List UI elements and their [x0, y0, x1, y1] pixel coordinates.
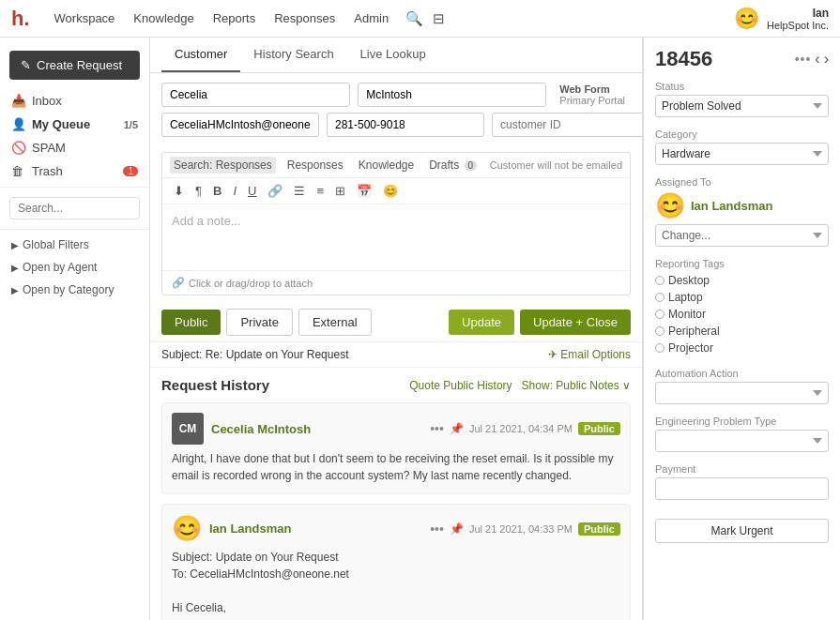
status-field: Status Problem Solved	[655, 81, 829, 117]
editor-tab-drafts[interactable]: Drafts 0	[425, 157, 481, 174]
drafts-badge: 0	[465, 160, 478, 171]
public-button[interactable]: Public	[161, 310, 221, 335]
automation-field: Automation Action	[655, 368, 829, 404]
editor-tab-responses[interactable]: Responses	[283, 157, 347, 174]
assigned-change-select[interactable]: Change...	[655, 224, 829, 247]
update-button[interactable]: Update	[449, 310, 514, 335]
ticket-header: 18456 ••• ‹ ›	[655, 47, 829, 71]
category-label: Category	[655, 129, 829, 140]
toolbar-paragraph-btn[interactable]: ¶	[191, 182, 206, 200]
tab-customer[interactable]: Customer	[161, 38, 240, 72]
sidebar-label-inbox: Inbox	[32, 94, 62, 108]
msg-author-2[interactable]: Ian Landsman	[209, 522, 291, 536]
sidebar-label-trash: Trash	[32, 164, 63, 178]
toolbar-emoji-btn[interactable]: 😊	[379, 182, 402, 200]
engineering-select[interactable]	[655, 430, 829, 452]
prev-ticket-button[interactable]: ‹	[815, 51, 819, 68]
pin-icon-2[interactable]: 📌	[450, 522, 464, 536]
tag-laptop[interactable]: Laptop	[655, 289, 829, 306]
sidebar-item-inbox[interactable]: 📥 Inbox	[0, 89, 149, 113]
nav-workspace[interactable]: Workspace	[54, 11, 115, 25]
toolbar-table-btn[interactable]: ⊞	[331, 182, 349, 200]
attach-area[interactable]: 🔗 Click or drag/drop to attach	[162, 270, 630, 295]
msg-body-2: Subject: Update on Your Request To: Cece…	[172, 549, 620, 616]
sidebar-item-spam[interactable]: 🚫 SPAM	[0, 136, 149, 159]
nav-knowledge[interactable]: Knowledge	[133, 11, 193, 25]
tag-monitor[interactable]: Monitor	[655, 306, 829, 323]
status-label: Status	[655, 81, 829, 92]
editor-tabs: Search: Responses Responses Knowledge Dr…	[162, 153, 630, 178]
first-name-field[interactable]	[161, 83, 350, 107]
sidebar-item-open-by-category[interactable]: ▶ Open by Category	[0, 279, 149, 301]
update-close-button[interactable]: Update + Close	[520, 310, 631, 335]
assigned-area: 😊 Ian Landsman	[655, 191, 829, 220]
tags-field: Reporting Tags Desktop Laptop Monitor Pe…	[655, 258, 829, 356]
chevron-right-icon-2: ▶	[11, 263, 19, 273]
toolbar-bold-btn[interactable]: B	[209, 182, 225, 200]
msg-date-1: Jul 21 2021, 04:34 PM	[469, 423, 573, 434]
show-filter[interactable]: Show: Public Notes ∨	[522, 379, 631, 392]
next-ticket-button[interactable]: ›	[824, 51, 829, 68]
sidebar-item-trash[interactable]: 🗑 Trash 1	[0, 159, 149, 183]
email-field[interactable]	[161, 113, 319, 137]
open-by-category-label: Open by Category	[23, 283, 114, 296]
toolbar-italic-btn[interactable]: I	[229, 182, 240, 200]
msg-options-icon-1[interactable]: •••	[430, 421, 444, 436]
msg-author-1[interactable]: Cecelia McIntosh	[211, 422, 311, 436]
phone-field[interactable]	[327, 113, 484, 137]
send-icon: ✈	[548, 348, 557, 361]
nav-reports[interactable]: Reports	[213, 11, 256, 25]
toolbar-ul-btn[interactable]: ☰	[290, 182, 309, 200]
payment-input[interactable]	[655, 477, 829, 500]
logo[interactable]: h.	[11, 7, 30, 31]
toolbar-underline-btn[interactable]: U	[244, 182, 260, 200]
history-message-2: 😊 Ian Landsman ••• 📌 Jul 21 2021, 04:33 …	[161, 504, 631, 620]
mark-urgent-button[interactable]: Mark Urgent	[655, 519, 829, 543]
source-label: Web Form	[559, 83, 625, 95]
chevron-right-icon-3: ▶	[11, 285, 19, 295]
ticket-options[interactable]: •••	[795, 52, 812, 67]
search-input[interactable]	[9, 197, 140, 219]
msg-body-1: Alright, I have done that but I don't se…	[172, 450, 620, 484]
tag-dot-peripheral	[655, 326, 664, 336]
nav-admin[interactable]: Admin	[354, 11, 389, 25]
editor-body[interactable]: Add a note...	[162, 204, 630, 270]
tag-desktop[interactable]: Desktop	[655, 272, 829, 289]
toolbar-calendar-btn[interactable]: 📅	[353, 182, 375, 200]
sidebar-item-open-by-agent[interactable]: ▶ Open by Agent	[0, 256, 149, 279]
tab-history-search[interactable]: History Search	[240, 38, 346, 72]
msg-badge-1: Public	[578, 422, 620, 435]
msg-options-icon-2[interactable]: •••	[430, 522, 444, 537]
toolbar-ol-btn[interactable]: ≡	[313, 182, 328, 200]
quote-public-button[interactable]: Quote Public History	[409, 379, 512, 392]
avatar: 😊	[734, 7, 759, 31]
toolbar-link-btn[interactable]: 🔗	[264, 182, 286, 200]
customer-id-field[interactable]	[492, 113, 643, 137]
tab-live-lookup[interactable]: Live Lookup	[347, 38, 439, 72]
last-name-field[interactable]	[358, 83, 546, 107]
create-request-button[interactable]: ✎ Create Request	[9, 51, 140, 80]
category-select[interactable]: Hardware	[655, 143, 829, 165]
source-sublabel: Primary Portal	[559, 95, 625, 106]
pin-icon-1[interactable]: 📌	[450, 422, 464, 435]
tag-peripheral[interactable]: Peripheral	[655, 323, 829, 340]
sidebar-item-global-filters[interactable]: ▶ Global Filters	[0, 234, 149, 256]
editor-tab-knowledge[interactable]: Knowledge	[355, 157, 418, 174]
private-button[interactable]: Private	[226, 309, 292, 336]
external-button[interactable]: External	[298, 309, 372, 336]
toolbar-download-btn[interactable]: ⬇	[170, 182, 188, 200]
nav-responses[interactable]: Responses	[274, 11, 335, 25]
sidebar-item-myqueue[interactable]: 👤 My Queue 1/5	[0, 113, 149, 136]
assigned-name: Ian Landsman	[691, 199, 772, 213]
status-select[interactable]: Problem Solved	[655, 95, 829, 117]
automation-select[interactable]	[655, 382, 829, 404]
editor-tab-search-responses[interactable]: Search: Responses	[170, 157, 276, 174]
grid-icon[interactable]: ⊟	[433, 10, 445, 27]
email-options-button[interactable]: ✈ Email Options	[548, 348, 631, 361]
history-message-1: CM Cecelia McIntosh ••• 📌 Jul 21 2021, 0…	[161, 402, 631, 494]
msg-avatar-emoji-2: 😊	[172, 514, 202, 543]
search-icon[interactable]: 🔍	[405, 10, 423, 27]
tag-projector[interactable]: Projector	[655, 340, 829, 356]
tag-label-desktop: Desktop	[668, 274, 710, 287]
tag-label-laptop: Laptop	[668, 291, 703, 304]
